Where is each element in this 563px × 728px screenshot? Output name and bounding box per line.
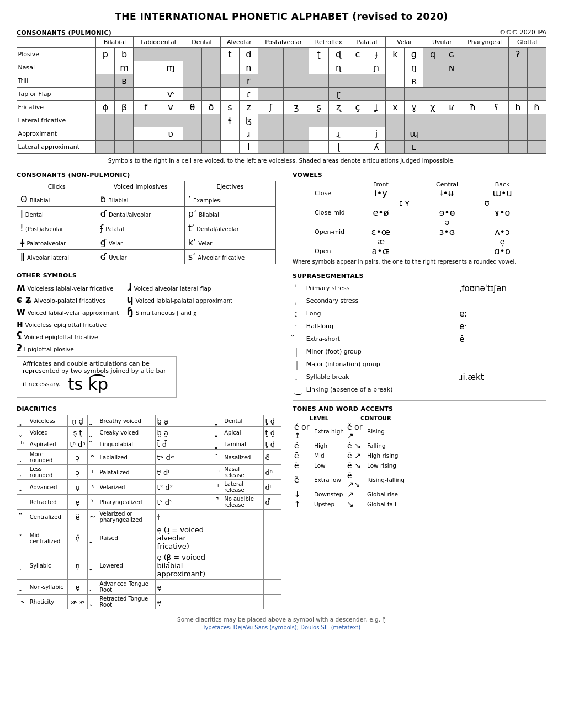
pulmonic-cell: ɱ bbox=[158, 61, 183, 74]
pulmonic-cell bbox=[348, 88, 367, 101]
tone-label-r: Rising-falling bbox=[365, 470, 406, 489]
np-ejective-cell: pʼ Bilabial bbox=[184, 207, 275, 221]
pulmonic-cell bbox=[201, 48, 220, 61]
tone-label-l: Upstep bbox=[312, 499, 346, 509]
pulmonic-cell bbox=[220, 141, 239, 154]
supraseg-title: SUPRASEGMENTALS bbox=[293, 272, 546, 280]
diac-name bbox=[222, 580, 263, 595]
diac-ex: ȩ̽ bbox=[68, 524, 88, 552]
pulmonic-cell: s bbox=[220, 101, 239, 114]
diac-sym: ̹ bbox=[17, 450, 28, 465]
pulmonic-cell: ɡ bbox=[405, 48, 423, 61]
lower-grid: CONSONANTS (NON-PULMONIC) Clicks Voiced … bbox=[17, 172, 546, 609]
pulmonic-cell bbox=[134, 61, 158, 74]
pulmonic-row-label: Trill bbox=[17, 74, 96, 88]
diac-ex: ụ bbox=[68, 480, 88, 495]
diac-name: Palatalized bbox=[98, 465, 155, 480]
diac-ex: t͆ d͆ bbox=[155, 438, 214, 450]
pulmonic-cell bbox=[386, 114, 405, 127]
pulmonic-cell bbox=[423, 88, 442, 101]
supraseg-sym: | bbox=[293, 345, 304, 358]
pulmonic-col-velar: Velar bbox=[386, 37, 423, 48]
pulmonic-cell: x bbox=[386, 101, 405, 114]
pulmonic-cell: c bbox=[348, 48, 367, 61]
footer-typefaces: Typefaces: DejaVu Sans (symbols); Doulos… bbox=[17, 624, 546, 630]
tone-label-r: Global fall bbox=[365, 499, 406, 509]
diac-name: Nasalized bbox=[222, 450, 263, 465]
pulmonic-cell: ŋ bbox=[405, 61, 423, 74]
supraseg-example bbox=[456, 358, 546, 371]
diac-sym: ̥ bbox=[17, 415, 28, 427]
pulmonic-cell: ɬ bbox=[220, 114, 239, 127]
diac-name: Linguolabial bbox=[98, 438, 155, 450]
np-ejective-cell: tʼ Dental/alveolar bbox=[184, 221, 275, 235]
diac-sym: ˠ bbox=[87, 480, 98, 495]
affricate-symbols: ts k͡p bbox=[68, 374, 108, 394]
diac-ex: s̬ t̬ bbox=[68, 427, 88, 438]
diac-sym bbox=[214, 552, 222, 580]
pulmonic-cell bbox=[386, 88, 405, 101]
pulmonic-row-label: Plosive bbox=[17, 48, 96, 61]
supraseg-example bbox=[456, 345, 546, 358]
pulmonic-cell bbox=[367, 74, 386, 88]
pulmonic-cell: ɾ bbox=[239, 88, 258, 101]
pulmonic-cell: b bbox=[115, 48, 134, 61]
pulmonic-cell bbox=[485, 61, 508, 74]
pulmonic-cell bbox=[508, 114, 527, 127]
supraseg-label: Minor (foot) group bbox=[304, 345, 456, 358]
supraseg-sym: ː bbox=[293, 307, 304, 320]
tone-sym-r: ě ↗ bbox=[346, 451, 365, 461]
pulmonic-cell bbox=[367, 88, 386, 101]
pulmonic-cell: v bbox=[158, 101, 183, 114]
diac-ex: t̪ d̪ bbox=[263, 415, 281, 427]
tone-sym-l: ȅ bbox=[293, 470, 312, 489]
pulmonic-cell bbox=[96, 141, 115, 154]
pulmonic-cell bbox=[258, 48, 283, 61]
supraseg-example: ˌfoʊnəˈtɪʃən bbox=[456, 282, 546, 295]
pulmonic-cell bbox=[367, 114, 386, 127]
pulmonic-col-retroflex: Retroflex bbox=[309, 37, 348, 48]
pulmonic-cell: r bbox=[239, 74, 258, 88]
pulmonic-cell: ʕ bbox=[485, 101, 508, 114]
pulmonic-cell bbox=[508, 88, 527, 101]
supraseg-label: Half-long bbox=[304, 320, 456, 333]
pulmonic-cell: ʔ bbox=[508, 48, 527, 61]
tone-sym-l: ē bbox=[293, 451, 312, 461]
tones-table: LEVEL CONTOUR é or ↥ Extra high ě or ↗ R… bbox=[293, 415, 406, 509]
tone-label-l: Extra low bbox=[312, 470, 346, 489]
pulmonic-cell bbox=[442, 114, 461, 127]
right-column: VOWELS Front Central Back Close i•y ɨ•ʉ … bbox=[293, 172, 546, 609]
supraseg-label: Major (intonation) group bbox=[304, 358, 456, 371]
tones-level-header: LEVEL bbox=[293, 415, 346, 422]
pulmonic-col-glottal: Glottal bbox=[508, 37, 546, 48]
diac-ex: tˠ dˠ bbox=[155, 480, 214, 495]
diac-sym: ̈ bbox=[17, 510, 28, 524]
pulmonic-cell: p bbox=[96, 48, 115, 61]
pulmonic-cell bbox=[423, 114, 442, 127]
diac-sym: ̰ bbox=[87, 427, 98, 438]
diac-name: Retracted bbox=[28, 495, 67, 510]
pulmonic-col-palatal: Palatal bbox=[348, 37, 386, 48]
np-click-cell: ǀ Dental bbox=[17, 207, 97, 221]
pulmonic-row-label: Approximant bbox=[17, 127, 96, 141]
pulmonic-cell bbox=[485, 141, 508, 154]
pulmonic-cell bbox=[183, 74, 201, 88]
pulmonic-cell bbox=[115, 114, 134, 127]
pulmonic-cell bbox=[158, 74, 183, 88]
pulmonic-cell: ʂ bbox=[309, 101, 328, 114]
suprasegmentals-section: SUPRASEGMENTALS ˈ Primary stress ˌfoʊnəˈ… bbox=[293, 272, 546, 396]
np-col-ejectives: Ejectives bbox=[184, 181, 275, 192]
np-implosive-cell: ɗ Dental/alveolar bbox=[97, 207, 184, 221]
pulmonic-cell bbox=[115, 127, 134, 141]
pulmonic-cell bbox=[386, 127, 405, 141]
pulmonic-caption: Symbols to the right in a cell are voice… bbox=[17, 157, 546, 164]
diac-name: Pharyngealized bbox=[98, 495, 155, 510]
pulmonic-cell: q bbox=[423, 48, 442, 61]
diac-ex: b̰ a̰ bbox=[155, 427, 214, 438]
pulmonic-cell bbox=[183, 114, 201, 127]
pulmonic-cell bbox=[220, 88, 239, 101]
other-symbols-title: OTHER SYMBOLS bbox=[17, 272, 282, 279]
tone-sym-r: ê ↘ bbox=[346, 441, 365, 451]
vowels-section: VOWELS Front Central Back Close i•y ɨ•ʉ … bbox=[293, 172, 546, 265]
pulmonic-cell bbox=[348, 114, 367, 127]
